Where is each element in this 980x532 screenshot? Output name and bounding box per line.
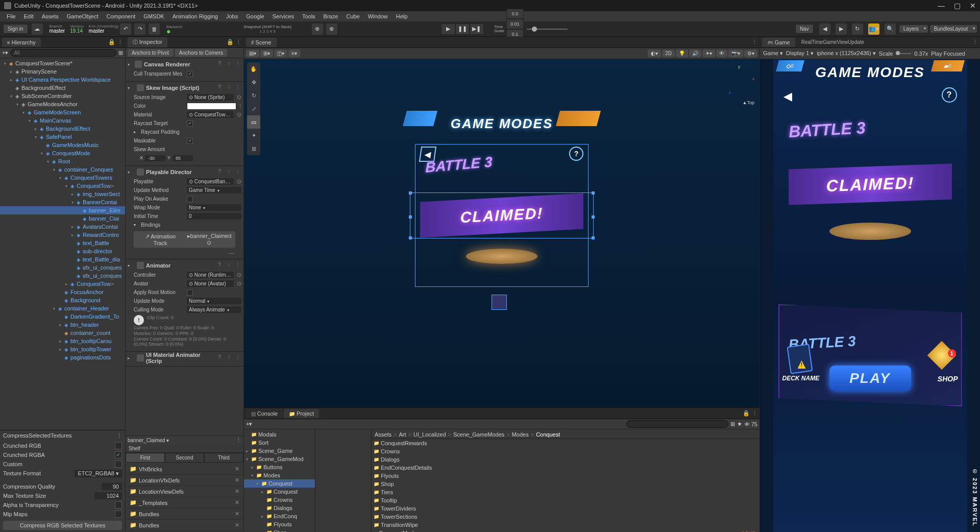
project-folder[interactable]: ▸📁Conquest	[244, 488, 315, 496]
menu-window[interactable]: Window	[364, 12, 391, 20]
close-button[interactable]: ✕	[970, 2, 976, 10]
hierarchy-item[interactable]: ▸◈btn_tooltipTower	[0, 345, 125, 353]
remove-icon[interactable]: ✕	[235, 488, 239, 495]
remove-icon[interactable]: ✕	[235, 511, 239, 517]
crunched-rgba-checkbox[interactable]	[115, 451, 122, 458]
compression-quality-field[interactable]: 90	[102, 483, 122, 490]
scene-dropdown-2[interactable]: ⊞▾	[260, 50, 273, 57]
project-folder[interactable]: 📁Sort	[244, 439, 315, 447]
project-hidden-icon[interactable]: 👁 75	[744, 421, 757, 427]
hierarchy-item[interactable]: ◈DarkenGradient_To	[0, 312, 125, 321]
project-item[interactable]: 📁Dialogs	[372, 455, 760, 464]
menu-component[interactable]: Component	[103, 12, 139, 20]
hierarchy-item[interactable]: ▾◈SubSceneController	[0, 92, 125, 100]
search-icon[interactable]: 🔍	[885, 23, 896, 35]
project-item[interactable]: 📁ConquestRewards	[372, 439, 760, 447]
transform-tool[interactable]: ✦	[247, 129, 260, 142]
color-field[interactable]	[187, 103, 236, 110]
aspect-dropdown[interactable]: iphone x (1125x2436) ▾	[817, 50, 875, 57]
fx-dropdown[interactable]: ✦▾	[702, 50, 715, 57]
apply-root-motion-checkbox[interactable]	[187, 289, 193, 296]
project-item[interactable]: 📁Crowns	[372, 447, 760, 455]
scene-dropdown-1[interactable]: ▤▾	[246, 50, 259, 57]
step-button[interactable]: ▶❚	[470, 23, 484, 35]
raycast-target-checkbox[interactable]	[187, 120, 193, 127]
project-item[interactable]: 📁TowerDividers	[372, 504, 760, 513]
layout-dropdown[interactable]: BundlesLayout	[930, 25, 977, 33]
play-on-awake-checkbox[interactable]	[187, 196, 193, 202]
menu-icon[interactable]: ⋮	[234, 84, 241, 91]
project-item[interactable]: 📁Flyouts	[372, 472, 760, 480]
hierarchy-item[interactable]: ◈FocusAnchor	[0, 288, 125, 296]
project-folder[interactable]: ▾📁Conquest	[244, 479, 315, 488]
project-asset[interactable]: ◈ConquestMode0.7 KB	[372, 529, 760, 532]
hierarchy-item[interactable]: ◈text_Battle_dia	[0, 255, 125, 263]
texture-format-dropdown[interactable]: ETC2_RGBA8 ▾	[75, 470, 122, 477]
hierarchy-item[interactable]: ▸◈UI Camera Perspective Worldspace	[0, 76, 125, 84]
compress-button[interactable]: Compress RGB Selected Textures	[3, 521, 122, 530]
camera-icon[interactable]: 📷▾	[728, 50, 743, 57]
hierarchy-item[interactable]: ▾◈ConquestTowers	[0, 174, 125, 182]
play-button[interactable]: ▶	[441, 23, 455, 35]
inspector-menu-icon[interactable]: ⋮	[236, 39, 241, 45]
project-item[interactable]: 📁Tooltip	[372, 496, 760, 504]
menu-gameobject[interactable]: GameObject	[63, 12, 102, 20]
menu-icon[interactable]: ⋮	[234, 61, 241, 68]
max-texture-size-field[interactable]: 1024	[94, 492, 122, 499]
project-item[interactable]: 📁Tiers	[372, 488, 760, 496]
hierarchy-item[interactable]: ◈GameModesMusic	[0, 141, 125, 149]
hierarchy-item[interactable]: ▸◈AvatarsContai	[0, 223, 125, 231]
hierarchy-item[interactable]: ◈sfx_ui_conques	[0, 263, 125, 272]
hierarchy-add-button[interactable]: +▾	[2, 50, 8, 56]
minimize-button[interactable]: —	[938, 2, 945, 10]
project-folder[interactable]: ▸📁Buttons	[244, 463, 315, 471]
help-icon[interactable]: ?	[216, 168, 223, 176]
material-field[interactable]: ⊙ ConquestTower_B	[187, 111, 234, 118]
shelf-item[interactable]: 📁LocationViewDefs✕	[127, 486, 242, 497]
help-icon[interactable]: ?	[216, 61, 223, 68]
shelf-item[interactable]: 📁VfxBricks✕	[127, 464, 242, 475]
nav-next-button[interactable]: ▶	[836, 23, 847, 35]
project-lock-icon[interactable]: 🔒	[743, 410, 750, 417]
project-item[interactable]: 📁EndConquestDetails	[372, 464, 760, 472]
preset-icon[interactable]: ⁝	[225, 84, 232, 91]
menu-tools[interactable]: Tools	[299, 12, 319, 20]
shelf-item[interactable]: 📁LocationVfxDefs✕	[127, 475, 242, 486]
skew-x-field[interactable]: -30	[145, 155, 165, 161]
menu-gmsdk[interactable]: GMSDK	[140, 12, 167, 20]
menu-cube[interactable]: Cube	[342, 12, 363, 20]
hierarchy-item[interactable]: ▾◈container_Conques	[0, 165, 125, 174]
shelf-tab-second[interactable]: Second	[165, 453, 204, 463]
shading-dropdown[interactable]: ◐▾	[648, 50, 661, 57]
remove-icon[interactable]: ✕	[235, 499, 239, 506]
cloud-icon[interactable]: ☁	[32, 23, 43, 35]
nav-prev-button[interactable]: ◀	[819, 23, 830, 35]
hierarchy-item[interactable]: ◈banner_Clai	[0, 214, 125, 223]
wrap-mode-dropdown[interactable]: None	[187, 204, 241, 211]
hierarchy-tree[interactable]: ▾◈ConquestTowerScene*▸◈PrimaryScene▸◈UI …	[0, 58, 125, 430]
breadcrumb-segment[interactable]: Modes	[512, 431, 529, 438]
menu-icon[interactable]: ⋮	[234, 354, 241, 361]
2d-toggle[interactable]: 2D	[662, 50, 675, 57]
game-tab[interactable]: 🎮 Game	[762, 38, 795, 47]
shelf-tab-third[interactable]: Third	[204, 453, 243, 463]
hierarchy-item[interactable]: ◈container_count	[0, 329, 125, 337]
hierarchy-item[interactable]: ▾◈BannerContai	[0, 198, 125, 206]
initial-time-field[interactable]: 0	[187, 213, 241, 220]
undo-icon[interactable]: ↶	[120, 23, 131, 35]
hierarchy-lock-icon[interactable]: 🔒	[108, 39, 115, 45]
hierarchy-item[interactable]: ▾◈ConquestMode	[0, 149, 125, 157]
shelf-tab-first[interactable]: First	[126, 453, 165, 463]
source-image-field[interactable]: ⊙ None (Sprite)	[187, 94, 234, 101]
project-folder[interactable]: 📁Flyouts	[244, 520, 315, 528]
signin-button[interactable]: Sign in	[3, 24, 28, 34]
history-icon[interactable]: ↻	[852, 23, 863, 35]
preset-icon[interactable]: ⁝	[225, 262, 232, 269]
breadcrumb-segment[interactable]: Scene_GameModes	[453, 431, 504, 438]
scene-dropdown-4[interactable]: ≡▾	[288, 50, 300, 57]
scene-dropdown-3[interactable]: ◫▾	[274, 50, 287, 57]
breadcrumb-segment[interactable]: UI_Localized	[413, 431, 446, 438]
project-folder[interactable]: ▾📁Shop	[244, 528, 315, 532]
hierarchy-item[interactable]: ◈paginationsDots	[0, 353, 125, 361]
remove-icon[interactable]: ✕	[235, 477, 239, 483]
